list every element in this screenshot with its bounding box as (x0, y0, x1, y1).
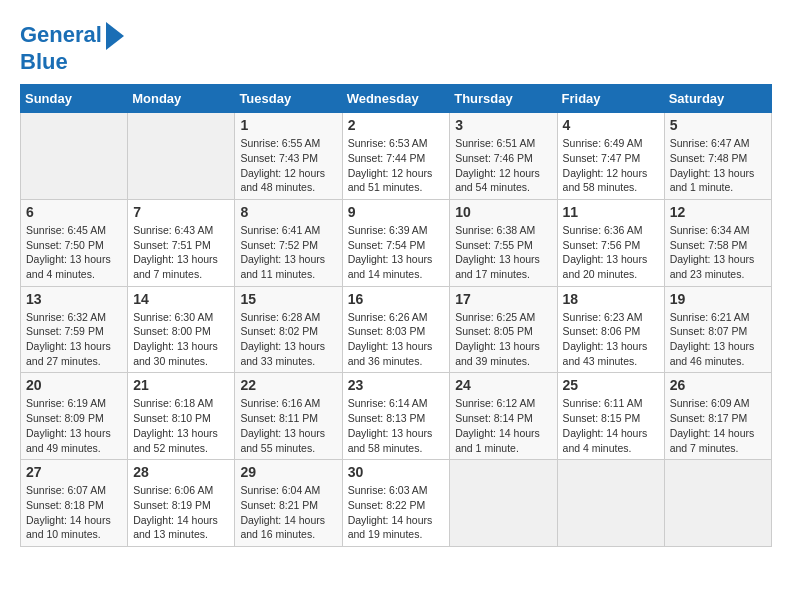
weekday-header-sunday: Sunday (21, 85, 128, 113)
day-info: Sunrise: 6:11 AM Sunset: 8:15 PM Dayligh… (563, 396, 659, 455)
day-info: Sunrise: 6:07 AM Sunset: 8:18 PM Dayligh… (26, 483, 122, 542)
calendar-cell: 15Sunrise: 6:28 AM Sunset: 8:02 PM Dayli… (235, 286, 342, 373)
day-number: 22 (240, 377, 336, 393)
calendar-cell (128, 113, 235, 200)
calendar-cell: 20Sunrise: 6:19 AM Sunset: 8:09 PM Dayli… (21, 373, 128, 460)
day-number: 12 (670, 204, 766, 220)
day-number: 8 (240, 204, 336, 220)
day-info: Sunrise: 6:12 AM Sunset: 8:14 PM Dayligh… (455, 396, 551, 455)
day-info: Sunrise: 6:38 AM Sunset: 7:55 PM Dayligh… (455, 223, 551, 282)
calendar-header-row: SundayMondayTuesdayWednesdayThursdayFrid… (21, 85, 772, 113)
calendar-cell: 30Sunrise: 6:03 AM Sunset: 8:22 PM Dayli… (342, 460, 450, 547)
calendar-cell: 26Sunrise: 6:09 AM Sunset: 8:17 PM Dayli… (664, 373, 771, 460)
day-number: 26 (670, 377, 766, 393)
day-number: 18 (563, 291, 659, 307)
day-number: 20 (26, 377, 122, 393)
calendar-cell: 10Sunrise: 6:38 AM Sunset: 7:55 PM Dayli… (450, 199, 557, 286)
logo-arrow-icon (106, 22, 124, 50)
day-info: Sunrise: 6:26 AM Sunset: 8:03 PM Dayligh… (348, 310, 445, 369)
day-info: Sunrise: 6:32 AM Sunset: 7:59 PM Dayligh… (26, 310, 122, 369)
day-number: 27 (26, 464, 122, 480)
calendar-week-row: 27Sunrise: 6:07 AM Sunset: 8:18 PM Dayli… (21, 460, 772, 547)
calendar-cell: 16Sunrise: 6:26 AM Sunset: 8:03 PM Dayli… (342, 286, 450, 373)
calendar-cell: 11Sunrise: 6:36 AM Sunset: 7:56 PM Dayli… (557, 199, 664, 286)
calendar-cell: 4Sunrise: 6:49 AM Sunset: 7:47 PM Daylig… (557, 113, 664, 200)
day-info: Sunrise: 6:30 AM Sunset: 8:00 PM Dayligh… (133, 310, 229, 369)
calendar-cell: 18Sunrise: 6:23 AM Sunset: 8:06 PM Dayli… (557, 286, 664, 373)
day-info: Sunrise: 6:34 AM Sunset: 7:58 PM Dayligh… (670, 223, 766, 282)
day-number: 14 (133, 291, 229, 307)
calendar-cell: 1Sunrise: 6:55 AM Sunset: 7:43 PM Daylig… (235, 113, 342, 200)
logo: General Blue (20, 20, 124, 74)
day-info: Sunrise: 6:55 AM Sunset: 7:43 PM Dayligh… (240, 136, 336, 195)
page-header: General Blue (20, 20, 772, 74)
day-info: Sunrise: 6:04 AM Sunset: 8:21 PM Dayligh… (240, 483, 336, 542)
calendar-cell: 23Sunrise: 6:14 AM Sunset: 8:13 PM Dayli… (342, 373, 450, 460)
calendar-cell: 2Sunrise: 6:53 AM Sunset: 7:44 PM Daylig… (342, 113, 450, 200)
weekday-header-monday: Monday (128, 85, 235, 113)
calendar-cell: 29Sunrise: 6:04 AM Sunset: 8:21 PM Dayli… (235, 460, 342, 547)
calendar-cell: 13Sunrise: 6:32 AM Sunset: 7:59 PM Dayli… (21, 286, 128, 373)
calendar-cell: 8Sunrise: 6:41 AM Sunset: 7:52 PM Daylig… (235, 199, 342, 286)
calendar-cell: 19Sunrise: 6:21 AM Sunset: 8:07 PM Dayli… (664, 286, 771, 373)
weekday-header-tuesday: Tuesday (235, 85, 342, 113)
day-number: 19 (670, 291, 766, 307)
day-number: 5 (670, 117, 766, 133)
day-number: 11 (563, 204, 659, 220)
day-info: Sunrise: 6:47 AM Sunset: 7:48 PM Dayligh… (670, 136, 766, 195)
day-info: Sunrise: 6:53 AM Sunset: 7:44 PM Dayligh… (348, 136, 445, 195)
day-number: 15 (240, 291, 336, 307)
day-number: 17 (455, 291, 551, 307)
weekday-header-friday: Friday (557, 85, 664, 113)
day-info: Sunrise: 6:19 AM Sunset: 8:09 PM Dayligh… (26, 396, 122, 455)
calendar-cell: 14Sunrise: 6:30 AM Sunset: 8:00 PM Dayli… (128, 286, 235, 373)
day-number: 7 (133, 204, 229, 220)
day-number: 25 (563, 377, 659, 393)
weekday-header-wednesday: Wednesday (342, 85, 450, 113)
logo-text-line2: Blue (20, 50, 68, 74)
day-number: 28 (133, 464, 229, 480)
day-number: 3 (455, 117, 551, 133)
day-info: Sunrise: 6:16 AM Sunset: 8:11 PM Dayligh… (240, 396, 336, 455)
weekday-header-thursday: Thursday (450, 85, 557, 113)
calendar-cell (21, 113, 128, 200)
day-number: 13 (26, 291, 122, 307)
calendar-week-row: 1Sunrise: 6:55 AM Sunset: 7:43 PM Daylig… (21, 113, 772, 200)
calendar-cell: 9Sunrise: 6:39 AM Sunset: 7:54 PM Daylig… (342, 199, 450, 286)
day-info: Sunrise: 6:43 AM Sunset: 7:51 PM Dayligh… (133, 223, 229, 282)
logo-text-line1: General (20, 23, 102, 47)
calendar-cell: 22Sunrise: 6:16 AM Sunset: 8:11 PM Dayli… (235, 373, 342, 460)
day-number: 6 (26, 204, 122, 220)
day-number: 21 (133, 377, 229, 393)
day-info: Sunrise: 6:39 AM Sunset: 7:54 PM Dayligh… (348, 223, 445, 282)
calendar-cell: 6Sunrise: 6:45 AM Sunset: 7:50 PM Daylig… (21, 199, 128, 286)
calendar-cell (664, 460, 771, 547)
day-number: 23 (348, 377, 445, 393)
day-number: 24 (455, 377, 551, 393)
day-number: 4 (563, 117, 659, 133)
day-info: Sunrise: 6:28 AM Sunset: 8:02 PM Dayligh… (240, 310, 336, 369)
calendar-cell (450, 460, 557, 547)
day-info: Sunrise: 6:45 AM Sunset: 7:50 PM Dayligh… (26, 223, 122, 282)
calendar-cell: 5Sunrise: 6:47 AM Sunset: 7:48 PM Daylig… (664, 113, 771, 200)
day-info: Sunrise: 6:36 AM Sunset: 7:56 PM Dayligh… (563, 223, 659, 282)
day-info: Sunrise: 6:18 AM Sunset: 8:10 PM Dayligh… (133, 396, 229, 455)
day-number: 10 (455, 204, 551, 220)
calendar-cell (557, 460, 664, 547)
day-number: 9 (348, 204, 445, 220)
calendar-cell: 27Sunrise: 6:07 AM Sunset: 8:18 PM Dayli… (21, 460, 128, 547)
day-number: 1 (240, 117, 336, 133)
calendar-cell: 25Sunrise: 6:11 AM Sunset: 8:15 PM Dayli… (557, 373, 664, 460)
day-info: Sunrise: 6:23 AM Sunset: 8:06 PM Dayligh… (563, 310, 659, 369)
day-info: Sunrise: 6:06 AM Sunset: 8:19 PM Dayligh… (133, 483, 229, 542)
day-info: Sunrise: 6:49 AM Sunset: 7:47 PM Dayligh… (563, 136, 659, 195)
calendar-cell: 17Sunrise: 6:25 AM Sunset: 8:05 PM Dayli… (450, 286, 557, 373)
day-info: Sunrise: 6:03 AM Sunset: 8:22 PM Dayligh… (348, 483, 445, 542)
day-info: Sunrise: 6:21 AM Sunset: 8:07 PM Dayligh… (670, 310, 766, 369)
calendar-week-row: 20Sunrise: 6:19 AM Sunset: 8:09 PM Dayli… (21, 373, 772, 460)
day-number: 29 (240, 464, 336, 480)
calendar-cell: 28Sunrise: 6:06 AM Sunset: 8:19 PM Dayli… (128, 460, 235, 547)
day-info: Sunrise: 6:14 AM Sunset: 8:13 PM Dayligh… (348, 396, 445, 455)
day-info: Sunrise: 6:51 AM Sunset: 7:46 PM Dayligh… (455, 136, 551, 195)
day-number: 16 (348, 291, 445, 307)
